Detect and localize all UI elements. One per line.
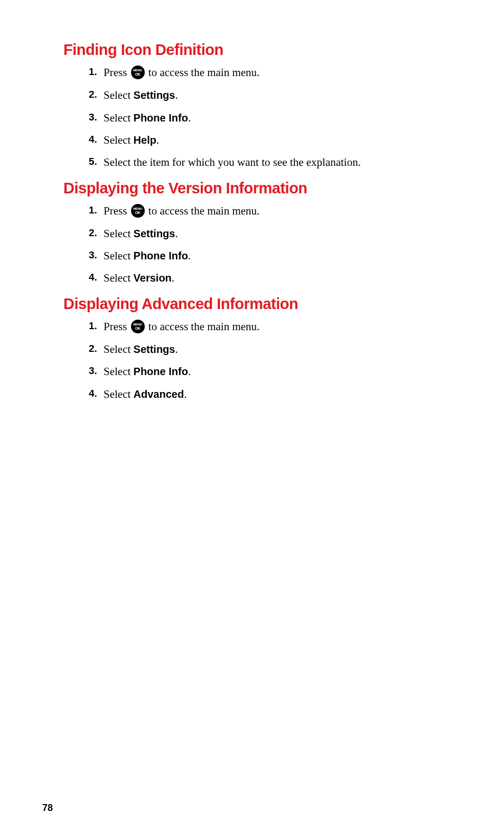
step-item: 1. Press MENUOK to access the main menu.: [89, 65, 462, 80]
step-text-pre: Press: [104, 204, 130, 217]
step-text-pre: Select the item for which you want to se…: [104, 156, 361, 169]
step-text-pre: Select: [104, 134, 134, 146]
step-text-bold: Help: [134, 134, 156, 146]
step-text-bold: Phone Info: [134, 366, 188, 377]
step-item: 1. Press MENUOK to access the main menu.: [89, 203, 462, 219]
step-text-pre: Select: [104, 388, 134, 400]
step-number: 4.: [89, 133, 97, 146]
step-text-post: to access the main menu.: [146, 204, 260, 217]
step-item: 2. Select Settings.: [89, 342, 462, 357]
step-number: 3.: [89, 364, 97, 378]
menu-ok-icon: MENUOK: [131, 320, 145, 333]
step-text-bold: Advanced: [134, 388, 184, 400]
step-number: 2.: [89, 226, 97, 240]
step-text-bold: Settings: [134, 89, 175, 101]
step-number: 2.: [89, 342, 97, 356]
step-number: 4.: [89, 270, 97, 284]
step-text-pre: Select: [104, 89, 134, 101]
step-text-post: .: [172, 272, 174, 284]
step-list: 1. Press MENUOK to access the main menu.…: [89, 65, 462, 170]
step-text-pre: Press: [104, 66, 130, 79]
step-text-post: .: [175, 343, 178, 356]
section-heading: Displaying Advanced Information: [63, 295, 462, 313]
step-number: 3.: [89, 248, 97, 262]
step-text-post: .: [156, 134, 159, 146]
step-text-bold: Settings: [134, 228, 175, 239]
step-list: 1. Press MENUOK to access the main menu.…: [89, 319, 462, 402]
step-text-pre: Select: [104, 365, 134, 378]
step-item: 3. Select Phone Info.: [89, 110, 462, 125]
step-text-pre: Select: [104, 227, 134, 240]
step-text-post: .: [188, 111, 191, 124]
step-item: 4. Select Version.: [89, 270, 462, 285]
section-heading: Displaying the Version Information: [63, 180, 462, 197]
step-item: 4. Select Help.: [89, 133, 462, 147]
step-text-pre: Select: [104, 111, 134, 124]
step-item: 3. Select Phone Info.: [89, 364, 462, 379]
step-number: 3.: [89, 110, 97, 124]
menu-ok-icon: MENUOK: [131, 66, 145, 79]
step-text-pre: Press: [104, 320, 130, 333]
step-text-post: .: [175, 227, 178, 240]
step-number: 4.: [89, 387, 97, 400]
step-number: 5.: [89, 155, 97, 169]
step-text-pre: Select: [104, 249, 134, 262]
step-number: 1.: [89, 65, 97, 79]
step-text-bold: Phone Info: [134, 112, 188, 124]
step-text-pre: Select: [104, 343, 134, 356]
step-text-post: to access the main menu.: [146, 66, 260, 79]
step-number: 1.: [89, 319, 97, 333]
step-list: 1. Press MENUOK to access the main menu.…: [89, 203, 462, 286]
step-item: 2. Select Settings.: [89, 226, 462, 241]
step-text-post: .: [188, 249, 191, 262]
step-item: 4. Select Advanced.: [89, 387, 462, 402]
step-text-pre: Select: [104, 272, 134, 284]
menu-ok-icon: MENUOK: [131, 204, 145, 218]
step-text-post: .: [175, 89, 178, 101]
step-item: 5. Select the item for which you want to…: [89, 155, 462, 170]
step-number: 1.: [89, 203, 97, 217]
step-text-post: .: [184, 388, 186, 400]
step-item: 3. Select Phone Info.: [89, 248, 462, 263]
step-text-post: .: [188, 365, 191, 378]
step-text-bold: Version: [134, 272, 172, 284]
step-item: 2. Select Settings.: [89, 88, 462, 102]
step-text-bold: Settings: [134, 343, 175, 355]
step-text-bold: Phone Info: [134, 250, 188, 262]
page-number: 78: [42, 802, 53, 814]
step-item: 1. Press MENUOK to access the main menu.: [89, 319, 462, 334]
step-text-post: to access the main menu.: [146, 320, 260, 333]
step-number: 2.: [89, 88, 97, 101]
section-heading: Finding Icon Definition: [63, 41, 462, 59]
